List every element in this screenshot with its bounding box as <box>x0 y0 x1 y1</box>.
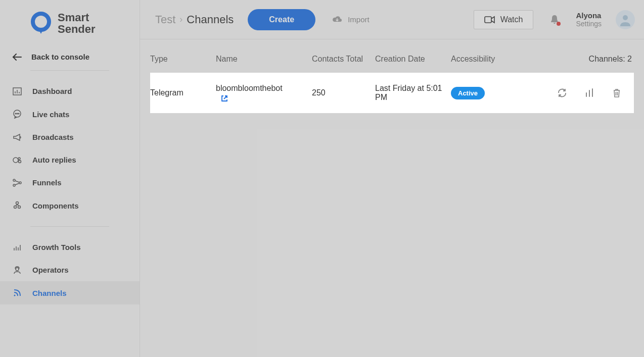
stats-icon[interactable] <box>584 88 594 98</box>
avatar[interactable] <box>616 10 635 29</box>
breadcrumb-current: Channels <box>187 13 234 26</box>
nav-primary: Dashboard Live chats Broadcasts <box>0 80 140 217</box>
svg-point-14 <box>13 184 15 186</box>
svg-point-30 <box>623 15 628 20</box>
user-name: Alyona <box>576 11 601 20</box>
sidebar-item-autoreplies[interactable]: Auto replies <box>0 148 140 171</box>
main-area: Test › Channels Create Import <box>140 0 644 357</box>
import-link[interactable]: Import <box>332 15 370 24</box>
svg-rect-29 <box>485 17 491 23</box>
chat-icon <box>12 110 22 119</box>
svg-point-0 <box>33 14 49 30</box>
user-menu[interactable]: Alyona Settings <box>576 11 602 28</box>
watch-button[interactable]: Watch <box>474 10 534 29</box>
dashboard-icon <box>12 87 22 95</box>
col-contacts: Contacts Total <box>312 55 375 64</box>
svg-line-16 <box>15 181 19 182</box>
cell-creation: Last Friday at 5:01 PM <box>375 84 451 102</box>
content: Type Name Contacts Total Creation Date A… <box>140 39 644 113</box>
sidebar-item-broadcasts[interactable]: Broadcasts <box>0 126 140 148</box>
sidebar-item-label: Auto replies <box>32 156 76 164</box>
back-label: Back to console <box>31 53 89 61</box>
cell-contacts: 250 <box>312 88 375 97</box>
chevron-right-icon: › <box>179 14 182 25</box>
svg-point-11 <box>18 158 20 160</box>
svg-point-9 <box>18 113 19 114</box>
sidebar: Smart Sender Back to console <box>0 0 140 357</box>
svg-point-15 <box>19 182 21 184</box>
channel-name: bloombloomthebot <box>216 84 312 93</box>
sidebar-item-label: Operators <box>32 266 69 274</box>
trash-icon[interactable] <box>612 88 622 98</box>
row-actions <box>539 88 634 98</box>
sidebar-item-components[interactable]: Components <box>0 194 140 217</box>
divider <box>30 226 109 227</box>
sidebar-item-label: Funnels <box>32 178 62 187</box>
sidebar-item-label: Components <box>32 201 79 210</box>
svg-point-13 <box>13 179 15 181</box>
col-accessibility: Accessibility <box>451 55 539 64</box>
notification-dot-icon <box>557 22 561 26</box>
svg-point-7 <box>15 113 16 114</box>
col-creation: Creation Date <box>375 55 451 64</box>
cell-accessibility: Active <box>451 87 539 99</box>
table-header: Type Name Contacts Total Creation Date A… <box>150 55 634 73</box>
logo-icon <box>30 12 52 35</box>
svg-point-18 <box>16 202 19 205</box>
watch-label: Watch <box>500 15 523 24</box>
svg-line-22 <box>17 205 19 207</box>
sidebar-item-label: Broadcasts <box>32 133 74 141</box>
operator-icon <box>12 266 22 274</box>
sidebar-item-dashboard[interactable]: Dashboard <box>0 80 140 103</box>
sidebar-item-livechats[interactable]: Live chats <box>0 103 140 126</box>
autoreply-icon <box>12 156 22 164</box>
divider <box>30 70 109 71</box>
refresh-icon[interactable] <box>557 88 567 98</box>
back-to-console-link[interactable]: Back to console <box>0 42 140 70</box>
col-name: Name <box>216 55 312 64</box>
create-button[interactable]: Create <box>248 9 315 30</box>
import-label: Import <box>348 15 370 24</box>
funnel-icon <box>12 179 22 187</box>
nav-secondary: Growth Tools Operators Channels <box>0 236 140 304</box>
growth-icon <box>12 243 22 251</box>
sidebar-item-operators[interactable]: Operators <box>0 259 140 281</box>
breadcrumb-parent[interactable]: Test <box>155 13 175 26</box>
channels-count: Channels: 2 <box>539 55 634 64</box>
sidebar-item-label: Growth Tools <box>32 243 81 251</box>
sidebar-item-label: Live chats <box>32 110 69 119</box>
svg-point-27 <box>16 268 19 271</box>
rss-icon <box>12 288 22 297</box>
cell-name: bloombloomthebot <box>216 84 312 102</box>
sidebar-item-growthtools[interactable]: Growth Tools <box>0 236 140 259</box>
app-logo[interactable]: Smart Sender <box>0 9 140 42</box>
svg-line-17 <box>15 183 19 185</box>
video-icon <box>484 16 495 24</box>
svg-point-12 <box>19 160 21 163</box>
user-settings-label: Settings <box>576 20 602 28</box>
megaphone-icon <box>12 133 22 141</box>
svg-point-8 <box>17 113 18 114</box>
components-icon <box>12 201 22 210</box>
table-row[interactable]: Telegram bloombloomthebot 250 Last Frida… <box>150 73 634 113</box>
logo-text: Smart Sender <box>58 12 96 35</box>
arrow-left-icon <box>12 54 22 61</box>
cloud-download-icon <box>332 15 343 24</box>
cell-type: Telegram <box>150 88 216 97</box>
status-badge: Active <box>451 87 485 99</box>
svg-point-10 <box>13 158 18 163</box>
svg-point-28 <box>14 295 16 296</box>
topbar: Test › Channels Create Import <box>140 0 644 39</box>
sidebar-item-funnels[interactable]: Funnels <box>0 171 140 194</box>
notifications-button[interactable] <box>549 14 560 25</box>
col-type: Type <box>150 55 216 64</box>
external-link-icon[interactable] <box>221 95 312 102</box>
sidebar-item-channels[interactable]: Channels <box>0 281 140 304</box>
user-avatar-icon <box>619 13 632 26</box>
breadcrumb: Test › Channels <box>155 13 234 26</box>
sidebar-item-label: Channels <box>32 289 67 297</box>
sidebar-item-label: Dashboard <box>32 87 72 95</box>
